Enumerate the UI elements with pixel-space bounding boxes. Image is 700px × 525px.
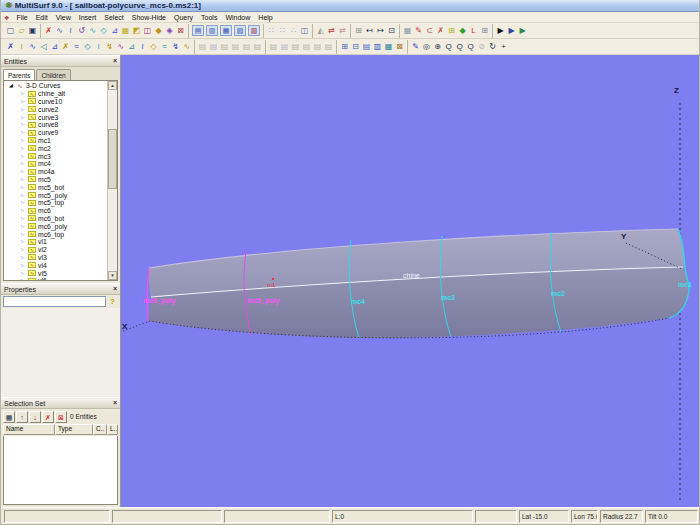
swap-arrows-alt-icon[interactable]: ⇄ (337, 24, 348, 37)
zoom-window-icon[interactable]: ⊕ (432, 40, 443, 53)
grid-display-1-icon[interactable]: ∷ (266, 24, 277, 37)
curve-tool-5-icon[interactable]: ◇ (98, 24, 109, 37)
select-add-cursor-icon[interactable]: ▶ (506, 24, 517, 37)
clipboard-a3-icon[interactable]: ▤ (219, 40, 230, 53)
remove-entity-button[interactable]: ✗ (42, 411, 54, 423)
clipboard-b6-icon[interactable]: ▤ (323, 40, 334, 53)
delete-entity-icon[interactable]: ✗ (43, 24, 54, 37)
tree-node-curve9[interactable]: ▷∿curve9 (4, 129, 107, 137)
properties-name-field[interactable] (3, 296, 106, 307)
snap-tool-icon[interactable]: ◁ (38, 40, 49, 53)
pan-view-icon[interactable]: + (498, 40, 509, 53)
menu-tools[interactable]: Tools (197, 12, 221, 23)
mc6-poly-curve[interactable] (147, 268, 149, 321)
clipboard-b5-icon[interactable]: ▤ (312, 40, 323, 53)
surface-tool-3-icon[interactable]: ◫ (142, 24, 153, 37)
3d-viewport[interactable]: Z Y X chine mc6_poly mc5_poly mc4 mc3 mc… (121, 55, 699, 507)
view-window-2-icon[interactable]: ▥ (206, 25, 218, 36)
tree-node-mc5-poly[interactable]: ▷∿mc5_poly (4, 191, 107, 199)
surface-tool-2-icon[interactable]: ◩ (131, 24, 142, 37)
clipboard-a1-icon[interactable]: ▤ (197, 40, 208, 53)
measure-tool-icon[interactable]: ◭ (315, 24, 326, 37)
proj-curve-tool-icon[interactable]: ↯ (170, 40, 181, 53)
clipboard-a5-icon[interactable]: ▤ (241, 40, 252, 53)
column-header-name[interactable]: Name (3, 424, 55, 435)
tree-node-vl3[interactable]: ▷∿vl3 (4, 254, 107, 262)
close-icon[interactable]: × (113, 284, 117, 294)
curve-tool-1-icon[interactable]: ∿ (54, 24, 65, 37)
menu-help[interactable]: Help (254, 12, 276, 23)
polyline-tool-icon[interactable]: ⊿ (49, 40, 60, 53)
move-up-button[interactable]: ↑ (16, 411, 28, 423)
step-forward-icon[interactable]: ↦ (375, 24, 386, 37)
rotate-view-icon[interactable]: ↻ (487, 40, 498, 53)
bead-tool-icon[interactable]: ✗ (60, 40, 71, 53)
tree-node-curve2[interactable]: ▷∿curve2 (4, 105, 107, 113)
curve-tool-2-icon[interactable]: ≀ (65, 24, 76, 37)
zoom-in-icon[interactable]: Q (443, 40, 454, 53)
tree-node-mc4[interactable]: ▷∿mc4 (4, 160, 107, 168)
surface-tool-5-icon[interactable]: ◈ (164, 24, 175, 37)
clipboard-b1-icon[interactable]: ▤ (268, 40, 279, 53)
line-tool-icon[interactable]: ≀ (16, 40, 27, 53)
swap-arrows-icon[interactable]: ⇄ (326, 24, 337, 37)
move-down-button[interactable]: ↓ (29, 411, 41, 423)
clipboard-b4-icon[interactable]: ▤ (301, 40, 312, 53)
column-header-type[interactable]: Type (55, 424, 93, 435)
split-panes-icon[interactable]: ◫ (299, 24, 310, 37)
tree-node-curve3[interactable]: ▷∿curve3 (4, 113, 107, 121)
tree-node-curve10[interactable]: ▷∿curve10 (4, 98, 107, 106)
open-file-icon[interactable]: ▱ (16, 24, 27, 37)
column-header-l[interactable]: L.. (107, 424, 118, 435)
curve-tool-6-icon[interactable]: ⊿ (109, 24, 120, 37)
clipboard-b3-icon[interactable]: ▤ (290, 40, 301, 53)
clipboard-a2-icon[interactable]: ▤ (208, 40, 219, 53)
copy-tool-2-icon[interactable]: ⊟ (350, 40, 361, 53)
mesh-yellow-icon[interactable]: ⊞ (446, 24, 457, 37)
point-tool-icon[interactable]: ✗ (5, 40, 16, 53)
sub-curve-tool-icon[interactable]: ⊿ (126, 40, 137, 53)
center-view-icon[interactable]: ◎ (421, 40, 432, 53)
tree-node-3d-curves[interactable]: ◢∿3-D Curves (4, 82, 107, 90)
menu-file[interactable]: File (12, 12, 31, 23)
view-window-3-icon[interactable]: ▦ (220, 25, 232, 36)
zoom-extents-icon[interactable]: ⊘ (476, 40, 487, 53)
new-file-icon[interactable]: ▢ (5, 24, 16, 37)
bcurve-tool-icon[interactable]: ∿ (27, 40, 38, 53)
tree-node-vl2[interactable]: ▷∿vl2 (4, 246, 107, 254)
zoom-normal-icon[interactable]: Q (465, 40, 476, 53)
mesh-gray-icon[interactable]: ⊞ (479, 24, 490, 37)
locate-tool-icon[interactable]: ⊞ (353, 24, 364, 37)
close-icon[interactable]: × (113, 398, 117, 408)
frame-tool-icon[interactable]: ⊡ (386, 24, 397, 37)
rel-curve-tool-icon[interactable]: ≈ (159, 40, 170, 53)
view-window-1-icon[interactable]: ▤ (192, 25, 204, 36)
view-window-5-icon[interactable]: ▥ (248, 25, 260, 36)
grid-display-3-icon[interactable]: ∴ (288, 24, 299, 37)
tree-node-mc5[interactable]: ▷∿mc5 (4, 176, 107, 184)
magnet-tool-icon[interactable]: ≈ (71, 40, 82, 53)
foil-tool-icon[interactable]: ≀ (137, 40, 148, 53)
tree-node-vl5[interactable]: ▷∿vl5 (4, 269, 107, 277)
point-marker[interactable] (272, 278, 274, 280)
tree-node-mc5-top[interactable]: ▷∿mc5_top (4, 199, 107, 207)
tree-node-mc6-poly[interactable]: ▷∿mc6_poly (4, 222, 107, 230)
step-back-icon[interactable]: ↤ (364, 24, 375, 37)
copy-tool-5-icon[interactable]: ▦ (383, 40, 394, 53)
columns-button[interactable]: ▦ (3, 411, 15, 423)
ring-tool-icon[interactable]: ◇ (82, 40, 93, 53)
menu-select[interactable]: Select (100, 12, 127, 23)
select-toggle-cursor-icon[interactable]: ▶ (517, 24, 528, 37)
tree-node-mc2[interactable]: ▷∿mc2 (4, 144, 107, 152)
tree-node-mc5-bot[interactable]: ▷∿mc5_bot (4, 183, 107, 191)
tree-node-vl4[interactable]: ▷∿vl4 (4, 261, 107, 269)
contour-tool-icon[interactable]: ⊂ (424, 24, 435, 37)
select-cursor-icon[interactable]: ▶ (495, 24, 506, 37)
menu-edit[interactable]: Edit (32, 12, 52, 23)
menu-window[interactable]: Window (221, 12, 254, 23)
point-display-icon[interactable]: ◆ (457, 24, 468, 37)
clear-selection-button[interactable]: ⊠ (55, 411, 67, 423)
hull-model-canvas[interactable] (121, 55, 699, 507)
clipboard-a4-icon[interactable]: ▤ (230, 40, 241, 53)
scroll-thumb[interactable] (108, 129, 117, 189)
